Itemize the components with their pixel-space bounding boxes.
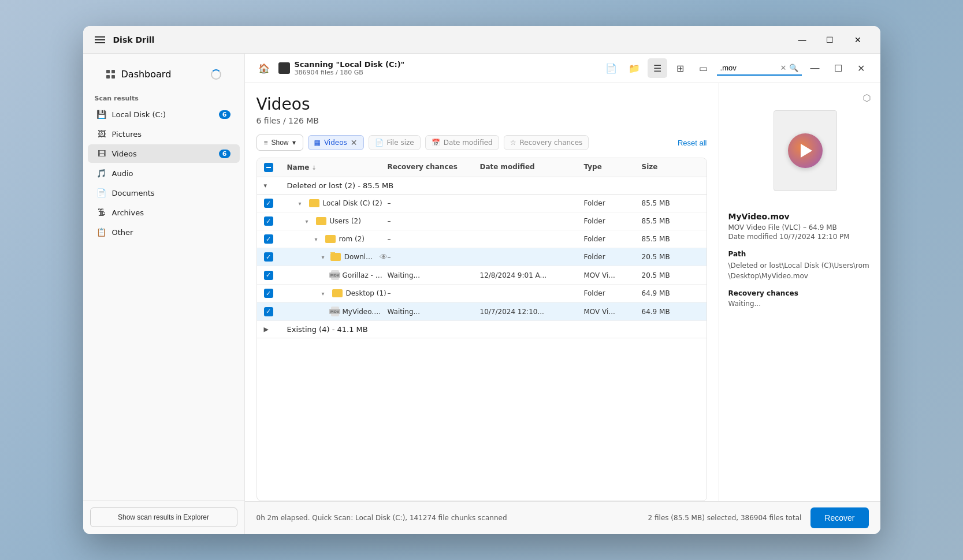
videos-badge: 6 — [219, 150, 230, 158]
open-folder-button[interactable]: 📁 — [624, 58, 644, 78]
sort-arrow-icon: ↓ — [311, 165, 316, 171]
recovery-chances-label: Recovery chances — [519, 139, 582, 147]
row-checkbox[interactable]: ✓ — [264, 307, 287, 316]
row-checkbox[interactable]: ✓ — [264, 252, 287, 262]
row-checkbox-control[interactable]: ✓ — [264, 252, 273, 262]
expand-icon[interactable]: ▾ — [322, 254, 327, 260]
list-view-button[interactable]: ☰ — [648, 58, 667, 78]
grid-view-button[interactable]: ⊞ — [671, 58, 690, 78]
title-bar-left: Disk Drill — [92, 34, 789, 46]
recovery-chances-label: Recovery chances — [728, 289, 871, 297]
row-checkbox[interactable]: ✓ — [264, 216, 287, 226]
sidebar-item-label: Other — [112, 228, 133, 237]
sidebar-item-local-disk[interactable]: 💾 Local Disk (C:) 6 — [88, 105, 240, 124]
play-triangle — [801, 144, 812, 158]
reset-all-button[interactable]: Reset all — [678, 139, 707, 147]
sidebar-item-documents[interactable]: 📄 Documents — [88, 184, 240, 202]
row-checkbox-control[interactable]: ✓ — [264, 216, 273, 226]
expand-existing-icon[interactable]: ▶ — [264, 326, 287, 333]
table-row[interactable]: ✓ MOV MyVideo.mov Waiting... 10/7/2024 1… — [257, 303, 707, 321]
expand-icon[interactable]: ▾ — [306, 218, 313, 225]
preview-button[interactable]: ▭ — [694, 58, 713, 78]
minimize-window-button[interactable]: — — [805, 58, 825, 78]
sidebar-item-archives[interactable]: 🗜 Archives — [88, 203, 240, 222]
play-button-icon[interactable] — [788, 133, 823, 168]
detail-recovery-value: Waiting... — [728, 300, 871, 308]
detail-panel-header: ⬡ — [728, 92, 871, 103]
deleted-section-header[interactable]: ▾ Deleted or lost (2) - 85.5 MB — [257, 177, 707, 195]
show-scan-results-button[interactable]: Show scan results in Explorer — [90, 507, 237, 527]
row-size: 64.9 MB — [642, 308, 700, 316]
row-checkbox-control[interactable]: ✓ — [264, 289, 273, 298]
scan-progress-text: 0h 2m elapsed. Quick Scan: Local Disk (C… — [256, 514, 507, 522]
collapse-deleted-icon[interactable]: ▾ — [264, 182, 287, 189]
select-all-checkbox-control[interactable] — [264, 163, 273, 172]
recovery-chances-filter[interactable]: ☆ Recovery chances — [504, 135, 589, 150]
row-checkbox-control[interactable]: ✓ — [264, 199, 273, 208]
show-filter-button[interactable]: ≡ Show ▾ — [256, 135, 303, 151]
row-name-cell: MOV MyVideo.mov — [287, 307, 388, 316]
maximize-button[interactable]: ☐ — [817, 31, 843, 49]
sidebar-item-videos[interactable]: 🎞 Videos 6 — [88, 144, 240, 163]
row-name-cell: MOV Gorillaz - On... — [287, 270, 388, 280]
row-name-cell: ▾ Download... 👁 — [287, 252, 388, 262]
minimize-button[interactable]: — — [789, 31, 816, 49]
row-checkbox-control[interactable]: ✓ — [264, 307, 273, 316]
row-size: 20.5 MB — [642, 253, 700, 261]
sidebar-item-audio[interactable]: 🎵 Audio — [88, 164, 240, 182]
date-modified-filter[interactable]: 📅 Date modified — [425, 135, 499, 150]
preview-eye-icon[interactable]: 👁 — [380, 252, 388, 262]
filter-bar: ≡ Show ▾ ▦ Videos ✕ 📄 File size — [256, 135, 707, 151]
expand-icon[interactable]: ▾ — [315, 236, 322, 242]
sidebar-item-other[interactable]: 📋 Other — [88, 223, 240, 241]
expand-icon[interactable]: ▾ — [299, 200, 306, 207]
row-type: Folder — [584, 289, 642, 297]
external-link-icon[interactable]: ⬡ — [863, 92, 871, 103]
row-checkbox[interactable]: ✓ — [264, 199, 287, 208]
row-name-cell: ▾ Desktop (1) — [287, 289, 388, 297]
row-recovery: – — [388, 217, 480, 225]
search-icon[interactable]: 🔍 — [789, 64, 798, 72]
col-recovery-header[interactable]: Recovery chances — [388, 163, 480, 172]
sidebar-item-label: Local Disk (C:) — [112, 110, 166, 119]
new-file-button[interactable]: 📄 — [601, 58, 621, 78]
row-date: 10/7/2024 12:10... — [480, 308, 584, 316]
col-type-header[interactable]: Type — [584, 163, 642, 172]
search-input[interactable] — [720, 64, 778, 72]
hamburger-menu-icon[interactable] — [92, 34, 107, 46]
close-window-button[interactable]: ✕ — [852, 58, 871, 78]
videos-filter-chip[interactable]: ▦ Videos ✕ — [308, 135, 364, 150]
home-button[interactable]: 🏠 — [254, 58, 274, 78]
col-date-header[interactable]: Date modified — [480, 163, 584, 172]
deleted-section-label: Deleted or lost (2) - 85.5 MB — [287, 181, 700, 190]
row-checkbox-control[interactable]: ✓ — [264, 234, 273, 244]
expand-icon[interactable]: ▾ — [322, 290, 329, 297]
row-checkbox[interactable]: ✓ — [264, 289, 287, 298]
stop-scan-button[interactable] — [278, 62, 290, 74]
row-checkbox-control[interactable]: ✓ — [264, 271, 273, 280]
col-size-header[interactable]: Size — [642, 163, 700, 172]
row-name-cell: ▾ Users (2) — [287, 217, 388, 225]
app-window: Disk Drill — ☐ ✕ Dashboard Scan results — [83, 26, 880, 534]
audio-icon: 🎵 — [97, 169, 106, 178]
row-recovery: Waiting... — [388, 271, 480, 279]
file-table: Name ↓ Recovery chances Date modified Ty… — [256, 158, 707, 501]
row-type: Folder — [584, 217, 642, 225]
row-type: Folder — [584, 199, 642, 207]
remove-videos-filter-button[interactable]: ✕ — [351, 139, 358, 147]
sidebar-item-pictures[interactable]: 🖼 Pictures — [88, 125, 240, 143]
close-button[interactable]: ✕ — [845, 31, 871, 49]
folder-icon — [316, 217, 326, 225]
sidebar-item-label: Videos — [112, 150, 137, 158]
file-size-filter[interactable]: 📄 File size — [369, 135, 421, 150]
select-all-checkbox[interactable] — [264, 163, 287, 172]
col-name-header[interactable]: Name ↓ — [287, 163, 388, 172]
row-checkbox[interactable]: ✓ — [264, 271, 287, 280]
existing-section-header[interactable]: ▶ Existing (4) - 41.1 MB — [257, 321, 707, 338]
clear-search-icon[interactable]: ✕ — [780, 64, 787, 72]
preview-paper — [774, 110, 837, 191]
sidebar-item-dashboard[interactable]: Dashboard — [97, 64, 230, 84]
row-checkbox[interactable]: ✓ — [264, 234, 287, 244]
recover-button[interactable]: Recover — [810, 507, 868, 528]
maximize-window-button[interactable]: ☐ — [828, 58, 848, 78]
